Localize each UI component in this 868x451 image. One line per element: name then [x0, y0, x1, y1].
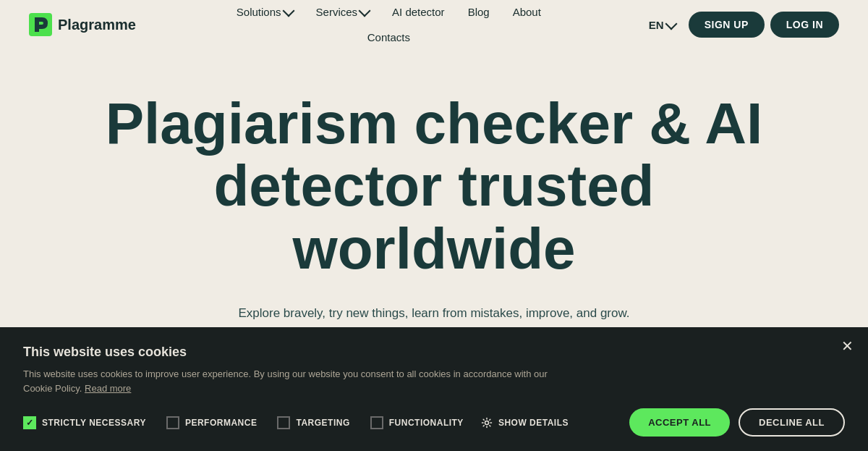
- cookie-title: This website uses cookies: [23, 345, 845, 360]
- chevron-down-icon: [665, 17, 677, 30]
- nav-services[interactable]: Services: [306, 0, 380, 24]
- cookie-bottom-left: ✓ STRICTLY NECESSARY PERFORMANCE TARGETI…: [23, 416, 569, 429]
- cookie-banner: ✕ This website uses cookies This website…: [0, 327, 868, 451]
- nav-contacts[interactable]: Contacts: [357, 25, 420, 49]
- checkbox-functionality[interactable]: FUNCTIONALITY: [370, 416, 464, 429]
- cookie-read-more-link[interactable]: Read more: [85, 383, 131, 394]
- cookie-close-button[interactable]: ✕: [841, 339, 854, 353]
- checkbox-targeting[interactable]: TARGETING: [277, 416, 349, 429]
- gear-icon: [481, 417, 493, 429]
- logo[interactable]: Plagramme: [29, 13, 136, 36]
- nav-blog[interactable]: Blog: [458, 0, 500, 24]
- checkbox-icon: [277, 416, 290, 429]
- hero-title: Plagiarism checker & AI detector trusted…: [90, 93, 778, 280]
- accept-all-button[interactable]: ACCEPT ALL: [629, 408, 730, 437]
- nav-row1: Solutions Services AI detector Blog Abou…: [226, 0, 551, 24]
- login-button[interactable]: LOG IN: [770, 12, 839, 38]
- nav-row2: Contacts: [357, 25, 420, 49]
- nav-ai-detector[interactable]: AI detector: [382, 0, 455, 24]
- checkbox-performance[interactable]: PERFORMANCE: [166, 416, 258, 429]
- nav-center: Solutions Services AI detector Blog Abou…: [226, 0, 551, 49]
- navbar: Plagramme Solutions Services AI detector…: [0, 0, 868, 49]
- checkbox-strictly-necessary[interactable]: ✓ STRICTLY NECESSARY: [23, 416, 146, 429]
- checkbox-icon: [370, 416, 383, 429]
- cookie-buttons: ACCEPT ALL DECLINE ALL: [629, 408, 845, 437]
- language-selector[interactable]: EN: [642, 14, 683, 35]
- cookie-description: This website uses cookies to improve use…: [23, 367, 573, 395]
- chevron-down-icon: [359, 5, 371, 17]
- svg-point-1: [485, 421, 488, 424]
- logo-icon: [29, 13, 52, 36]
- cookie-checkboxes: ✓ STRICTLY NECESSARY PERFORMANCE TARGETI…: [23, 416, 464, 429]
- signup-button[interactable]: SIGN UP: [689, 12, 765, 38]
- nav-right: EN SIGN UP LOG IN: [642, 12, 839, 38]
- logo-text: Plagramme: [58, 17, 136, 33]
- cookie-bottom-row: ✓ STRICTLY NECESSARY PERFORMANCE TARGETI…: [23, 408, 845, 437]
- chevron-down-icon: [282, 5, 294, 17]
- nav-solutions[interactable]: Solutions: [226, 0, 303, 24]
- show-details-button[interactable]: SHOW DETAILS: [481, 417, 569, 429]
- checkbox-icon: [166, 416, 179, 429]
- decline-all-button[interactable]: DECLINE ALL: [739, 408, 845, 437]
- checkbox-icon: ✓: [23, 416, 36, 429]
- nav-about[interactable]: About: [503, 0, 551, 24]
